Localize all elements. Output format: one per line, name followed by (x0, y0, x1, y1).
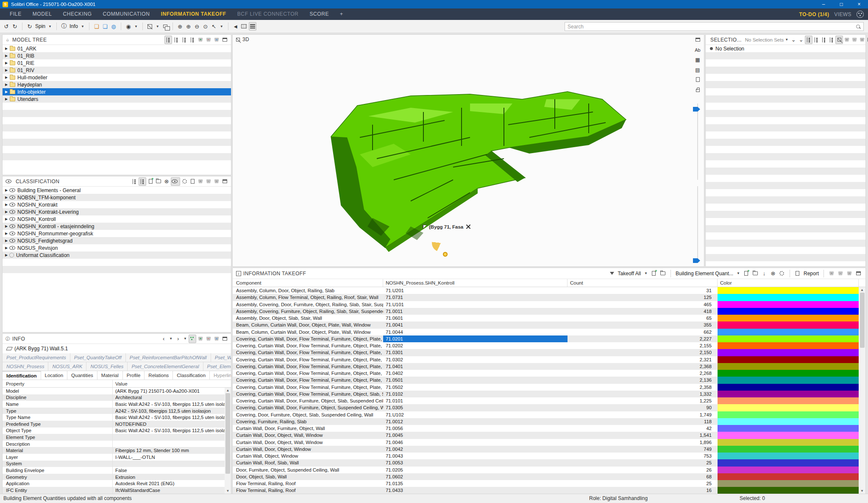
component-column-header[interactable]: Component (233, 279, 383, 287)
previous-button[interactable]: ‹ (160, 335, 167, 343)
previous-dropdown-caret[interactable]: ▼ (169, 337, 172, 341)
report-button[interactable]: Report (804, 271, 819, 277)
basket-remove-icon[interactable]: − (837, 269, 844, 278)
update-model-icon[interactable]: ❏ (101, 22, 109, 31)
containment-view-icon[interactable] (189, 36, 196, 44)
scroll-down-icon[interactable]: ▼ (860, 488, 864, 494)
viewer-canvas[interactable]: (Bygg 71, Fasa (233, 44, 691, 266)
takeoff-row[interactable]: Door, Object, Slab, Wall 71.0602 68 (233, 473, 865, 480)
expand-arrow-icon[interactable]: ▶ (4, 232, 9, 235)
info-tab[interactable]: NOSUS_Felles (86, 362, 128, 371)
scroll-down-icon[interactable]: ▼ (226, 488, 230, 494)
info-scrollbar[interactable]: ▲ ▼ (225, 388, 231, 494)
info-tab[interactable]: Quantities (67, 371, 97, 380)
count-column-header[interactable]: Count (568, 279, 718, 287)
menu-item[interactable]: FILE (4, 8, 27, 20)
view-cube-icon[interactable] (146, 22, 154, 31)
classification-item[interactable]: ▶ NOSHN_Kontrakt (3, 201, 231, 208)
search-icon[interactable] (856, 24, 861, 29)
color-column-header[interactable]: Color (718, 279, 859, 287)
search-input[interactable] (565, 24, 856, 30)
basket-add-icon[interactable]: + (197, 335, 204, 343)
select-dropdown-caret[interactable]: ▼ (134, 25, 138, 28)
property-row[interactable]: Name Basic Wall:A242 - SV-103, fibergips… (3, 401, 231, 408)
takeoff-row[interactable]: Beam, Column, Curtain Wall, Door, Object… (233, 321, 865, 328)
menu-item[interactable]: CHECKING (57, 8, 97, 20)
select-components-icon[interactable]: ◉ (125, 22, 132, 31)
takeoff-row[interactable]: Curtain Wall, Door, Object, Wall, Window… (233, 432, 865, 439)
zoom-in-icon[interactable]: ⊕ (185, 22, 192, 31)
clear-add-icon[interactable]: ⌄ (797, 36, 805, 44)
expand-arrow-icon[interactable]: ▶ (4, 54, 9, 58)
kontroll-column-header[interactable]: NOSHN_Prosess.SHN_Kontroll (383, 279, 568, 287)
redo-button[interactable]: ↻ (11, 22, 19, 31)
classification-item[interactable]: ▶ Building Elements - General (3, 187, 231, 194)
tree-view-icon[interactable] (164, 36, 172, 44)
layers-view-icon[interactable] (181, 36, 188, 44)
model-tree-item[interactable]: ▶ Utendørs (3, 95, 231, 103)
takeoff-row[interactable]: Flow Terminal, Railing, Roof 71.0433 16 (233, 487, 865, 494)
classification-item[interactable]: ▶ NOSHN_Kontroll (3, 215, 231, 223)
solibri-owl-icon[interactable] (857, 11, 864, 18)
takeoff-row[interactable]: Flow Terminal, Railing, Roof 71.0135 25 (233, 480, 865, 487)
pointer-tool-icon[interactable]: ↖ (210, 22, 218, 31)
transparency-slider-handle[interactable] (693, 107, 700, 112)
edit-classification-icon[interactable] (189, 177, 196, 186)
takeoff-row[interactable]: Curtain Wall, Object, Window 71.0043 753 (233, 453, 865, 459)
takeoff-row[interactable]: Assembly, Covering, Door, Furniture, Obj… (233, 301, 865, 308)
panel-layout-icon[interactable] (221, 36, 228, 44)
takeoff-row[interactable]: Curtain Wall, Door, Object, Window 71.00… (233, 446, 865, 453)
property-row[interactable]: System (3, 461, 231, 467)
property-row[interactable]: Type Name Basic Wall:A242 - SV-103, fibe… (3, 414, 231, 421)
model-tree-item[interactable]: ▶ Høydeplan (3, 81, 231, 88)
property-row[interactable]: Model (ARK Bygg 71) 215071-00-Aa200-X001 (3, 388, 231, 394)
open-takeoff-icon[interactable] (659, 269, 667, 278)
value-column-header[interactable]: Value (112, 380, 225, 387)
takeoff-row[interactable]: Beam, Column, Curtain Wall, Door, Object… (233, 329, 865, 335)
section-slider-track[interactable] (697, 186, 698, 263)
map-view-icon[interactable] (240, 22, 248, 31)
takeoff-row[interactable]: Covering, Curtain Wall, Door, Flow Termi… (233, 370, 865, 377)
classification-item[interactable]: ▶ Uniformat Classification (3, 252, 231, 259)
info-tool-label[interactable]: Info (70, 23, 78, 29)
basket-set-icon[interactable]: = (213, 335, 220, 343)
basket-set-icon[interactable]: = (213, 36, 220, 44)
takeoff-definition-caret[interactable]: ▼ (737, 271, 740, 275)
property-row[interactable]: Element Type (3, 434, 231, 441)
expand-arrow-icon[interactable]: ▶ (4, 75, 9, 79)
clear-basket-icon[interactable]: ⌄ (790, 36, 797, 44)
menu-item[interactable]: INFORMATION TAKEOFF (155, 8, 231, 20)
expand-arrow-icon[interactable]: ▶ (4, 196, 9, 199)
expand-arrow-icon[interactable]: ▶ (4, 217, 9, 221)
expand-arrow-icon[interactable]: ▶ (4, 224, 9, 228)
new-classification-icon[interactable] (147, 177, 154, 186)
info-tab[interactable]: Relations (145, 371, 173, 380)
expand-arrow-icon[interactable]: ▶ (4, 97, 9, 101)
scroll-up-icon[interactable]: ▲ (860, 287, 864, 293)
expand-arrow-icon[interactable]: ▶ (4, 253, 9, 257)
selection-sets-caret[interactable]: ▼ (785, 38, 788, 42)
takeoff-row[interactable]: Covering, Furniture, Railing, Slab 71.00… (233, 418, 865, 425)
takeoff-row[interactable]: Assembly, Covering, Furniture, Object, R… (233, 308, 865, 315)
import-icon[interactable]: ⊗ (769, 269, 777, 278)
close-classification-icon[interactable]: ⊗ (163, 177, 170, 186)
transparency-slider-track[interactable] (697, 103, 698, 180)
undo-button[interactable]: ↺ (3, 22, 10, 31)
section-slider-handle[interactable] (693, 258, 700, 263)
spin-label[interactable]: Spin (35, 23, 45, 29)
zoom-out-icon[interactable]: ⊖ (193, 22, 201, 31)
basket-remove-icon[interactable]: − (851, 36, 858, 44)
expand-arrow-icon[interactable]: ▶ (4, 90, 9, 94)
flat-view-icon[interactable] (172, 36, 180, 44)
todo-button[interactable]: TO-DO (1/4) (799, 11, 829, 17)
open-classification-icon[interactable] (155, 177, 162, 186)
takeoff-row[interactable]: Assembly, Column, Door, Object, Railing,… (233, 287, 865, 294)
layers-tool-icon[interactable] (249, 22, 256, 31)
takeoff-all-dropdown[interactable]: Takeoff All (618, 271, 641, 277)
model-tree-item[interactable]: ▶ 01_RIE (3, 59, 231, 67)
property-row[interactable]: Application Autodesk Revit 2021 (ENG) (3, 480, 231, 487)
expand-arrow-icon[interactable]: ▶ (4, 188, 9, 192)
auto-update-icon[interactable] (189, 335, 196, 343)
snapshot-tool-icon[interactable]: ▤ (695, 67, 700, 73)
scrollbar-thumb[interactable] (225, 393, 230, 474)
